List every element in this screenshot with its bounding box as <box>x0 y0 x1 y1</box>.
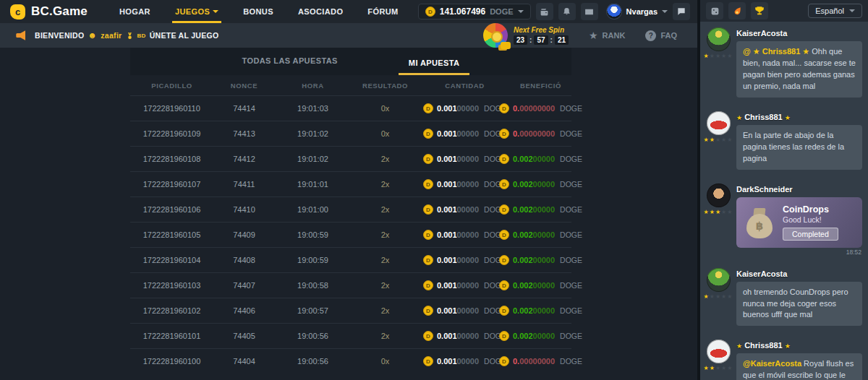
chat-message-left: ★★★★★ <box>706 27 731 102</box>
cell-amount: D 0.00100000 DOGE <box>420 230 510 240</box>
avatar[interactable] <box>707 183 731 207</box>
doge-coin-icon: D <box>423 154 433 164</box>
cell-nonce: 74413 <box>213 129 275 138</box>
table-row[interactable]: 1722281960102 74406 19:00:57 2x D 0.0010… <box>130 298 571 323</box>
cell-hash: 1722281960109 <box>130 129 213 138</box>
table-row[interactable]: 1722281960108 74412 19:01:02 2x D 0.0010… <box>130 146 571 171</box>
cell-amount: D 0.00100000 DOGE <box>420 255 510 265</box>
coindrop-card[interactable]: ฿ CoinDrops Good Luck! Completed <box>736 197 862 248</box>
cell-profit: D 0.00200000 DOGE <box>510 154 571 164</box>
cell-nonce: 74411 <box>213 180 275 189</box>
announcement-bar: BIENVENIDO ☻ zaafir BD ÚNETE AL JUEGO Ne… <box>0 23 697 48</box>
messages-button[interactable] <box>581 3 598 20</box>
mention[interactable]: @ ★ Chriss881 ★ <box>743 47 809 56</box>
tab[interactable]: TODAS LAS APUESTAS <box>232 56 348 75</box>
table-row[interactable]: 1722281960109 74413 19:01:02 0x D 0.0010… <box>130 121 571 146</box>
coindrop-button[interactable] <box>728 2 746 20</box>
bets-table-header: PICADILLONONCEHORARESULTADOCANTIDADBENEF… <box>130 75 571 95</box>
free-spin-widget[interactable]: Next Free Spin 23:57:21 <box>483 23 569 48</box>
dice-button[interactable] <box>706 2 723 20</box>
column-header: NONCE <box>213 82 275 90</box>
spin-wheel-icon <box>483 23 508 48</box>
cell-time: 19:00:59 <box>275 230 351 239</box>
top-navbar: c BC.Game HOGARJUEGOSBONUSASOCIADOFÓRUM … <box>0 0 697 23</box>
chat-toggle-button[interactable] <box>673 3 690 20</box>
table-row[interactable]: 1722281960104 74408 19:00:59 2x D 0.0010… <box>130 247 571 272</box>
user-rating-stars: ★★★★★ <box>704 366 733 371</box>
chat-message-left: ★★★★★ <box>706 268 731 331</box>
announcement-username[interactable]: zaafir <box>101 31 122 40</box>
nav-item-juegos[interactable]: JUEGOS <box>175 0 218 23</box>
cell-result: 2x <box>351 205 420 214</box>
nav-item-asociado[interactable]: ASOCIADO <box>298 0 343 23</box>
nav-menu: HOGARJUEGOSBONUSASOCIADOFÓRUM <box>119 0 399 23</box>
chat-username[interactable]: DarkSchneider <box>736 185 862 194</box>
user-menu[interactable]: Nvargas <box>606 4 668 20</box>
avatar[interactable] <box>707 268 731 292</box>
faq-label: FAQ <box>660 31 677 40</box>
table-row[interactable]: 1722281960110 74414 19:01:03 0x D 0.0010… <box>130 95 571 121</box>
avatar[interactable] <box>707 340 731 363</box>
chat-bubble: @ ★ Chriss881 ★ Ohh que bien, nada mal..… <box>736 41 862 98</box>
doge-coin-icon: D <box>423 103 433 113</box>
table-row[interactable]: 1722281960103 74407 19:00:58 2x D 0.0010… <box>130 272 571 298</box>
cell-time: 19:00:57 <box>275 306 351 315</box>
chat-username[interactable]: ★ Chriss881 ★ <box>736 113 862 121</box>
timer-minutes: 57 <box>534 35 548 45</box>
cell-profit: D 0.00200000 DOGE <box>510 255 571 265</box>
tab[interactable]: MI APUESTA <box>399 59 470 75</box>
nav-item-fórum[interactable]: FÓRUM <box>367 0 398 23</box>
chat-username[interactable]: KaiserAcosta <box>736 269 862 278</box>
dice-icon <box>710 7 720 16</box>
table-row[interactable]: 1722281960101 74405 19:00:56 2x D 0.0010… <box>130 323 571 348</box>
notifications-button[interactable] <box>558 3 576 20</box>
table-row[interactable]: 1722281960105 74409 19:00:59 2x D 0.0010… <box>130 222 571 247</box>
table-row[interactable]: 1722281960100 74404 19:00:56 0x D 0.0010… <box>130 348 571 373</box>
wallet-icon <box>540 7 549 17</box>
chat-username[interactable]: KaiserAcosta <box>736 29 862 38</box>
rank-link[interactable]: ★ RANK <box>589 30 625 40</box>
doge-coin-icon: D <box>499 154 509 164</box>
cell-profit: D 0.00200000 DOGE <box>510 280 571 290</box>
nav-item-bonus[interactable]: BONUS <box>243 0 273 23</box>
nav-item-hogar[interactable]: HOGAR <box>119 0 150 23</box>
doge-coin-icon: D <box>499 103 509 113</box>
chat-bubble: @KaiserAcosta Royal flush es que el móvi… <box>736 353 862 380</box>
money-bag-icon: ฿ <box>745 207 774 238</box>
table-row[interactable]: 1722281960106 74410 19:01:00 2x D 0.0010… <box>130 197 571 222</box>
faq-link[interactable]: ? FAQ <box>645 30 677 41</box>
megaphone-icon <box>14 29 27 42</box>
contest-button[interactable] <box>751 2 768 20</box>
cell-time: 19:00:59 <box>275 256 351 264</box>
navbar-right: D 141.067496 DOGE Nvargas <box>418 3 690 20</box>
cell-result: 2x <box>351 230 420 239</box>
wallet-button[interactable] <box>536 3 553 20</box>
cell-profit: D 0.00200000 DOGE <box>510 179 571 189</box>
avatar[interactable] <box>707 27 731 51</box>
doge-coin-icon: D <box>499 306 509 316</box>
avatar[interactable] <box>707 111 731 135</box>
balance-currency: DOGE <box>490 7 513 16</box>
cell-nonce: 74407 <box>213 281 275 290</box>
announcement-suffix: ÚNETE AL JUEGO <box>150 31 219 40</box>
doge-coin-icon: D <box>499 129 509 139</box>
chat-message-body: KaiserAcosta oh tremendo CounDrops pero … <box>736 268 862 331</box>
bets-table-body: 1722281960110 74414 19:01:03 0x D 0.0010… <box>130 95 571 373</box>
chat-username[interactable]: ★ Chriss881 ★ <box>736 341 862 350</box>
bets-table: PICADILLONONCEHORARESULTADOCANTIDADBENEF… <box>130 75 571 373</box>
cell-hash: 1722281960100 <box>130 357 213 366</box>
cell-profit: D 0.00000000 DOGE <box>510 356 571 366</box>
table-row[interactable]: 1722281960107 74411 19:01:01 2x D 0.0010… <box>130 171 571 197</box>
cell-nonce: 74408 <box>213 256 275 264</box>
mention[interactable]: @KaiserAcosta <box>743 359 801 368</box>
balance-selector[interactable]: D 141.067496 DOGE <box>418 4 531 20</box>
brand-logo[interactable]: c BC.Game <box>10 4 88 20</box>
language-selector[interactable]: Español <box>808 4 862 18</box>
cell-time: 19:01:02 <box>275 129 351 138</box>
cell-hash: 1722281960102 <box>130 306 213 315</box>
doge-coin-icon: D <box>423 129 433 139</box>
cell-result: 2x <box>351 306 420 315</box>
announce-right: Next Free Spin 23:57:21 ★ RANK ? FAQ <box>483 23 687 48</box>
chat-message-body: ★ Chriss881 ★ En la parte de abajo de la… <box>736 111 862 174</box>
cell-amount: D 0.00100000 DOGE <box>420 280 510 290</box>
